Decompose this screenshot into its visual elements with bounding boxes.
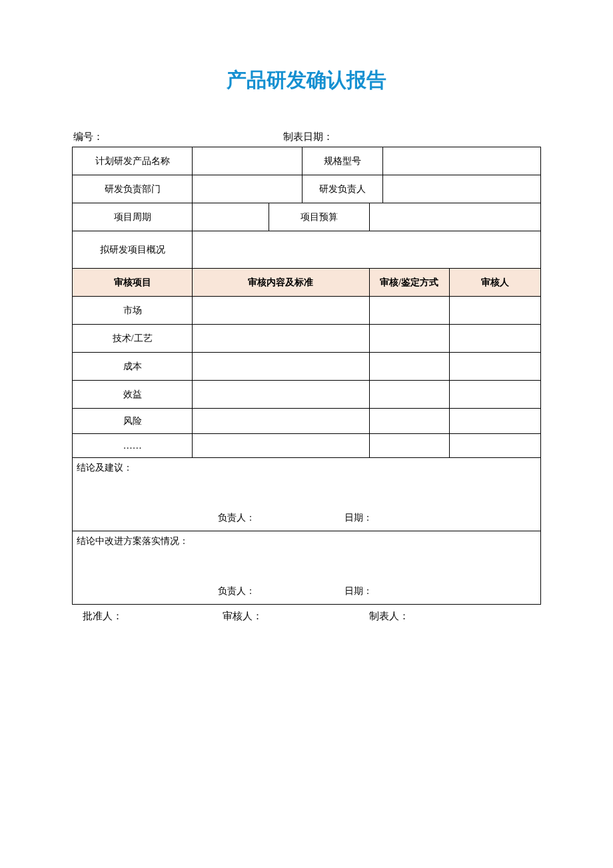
review-reviewer-risk bbox=[449, 409, 540, 434]
review-method-risk bbox=[369, 409, 449, 434]
date-label: 制表日期： bbox=[283, 131, 540, 143]
value-overview bbox=[193, 231, 541, 269]
review-reviewer-tech bbox=[449, 325, 540, 353]
value-period bbox=[193, 203, 269, 231]
col-header-method: 审核/鉴定方式 bbox=[369, 269, 449, 297]
info-row-1: 计划研发产品名称 规格型号 bbox=[73, 147, 541, 175]
label-overview: 拟研发项目概况 bbox=[73, 231, 193, 269]
col-header-content: 审核内容及标准 bbox=[193, 269, 369, 297]
preparer-label: 制表人： bbox=[369, 610, 530, 623]
value-department bbox=[193, 175, 303, 203]
review-content-risk bbox=[193, 409, 369, 434]
review-row-market: 市场 bbox=[73, 297, 541, 325]
review-content-more bbox=[193, 434, 369, 458]
label-spec: 规格型号 bbox=[303, 147, 382, 175]
review-content-benefit bbox=[193, 381, 369, 409]
review-reviewer-cost bbox=[449, 353, 540, 381]
review-method-cost bbox=[369, 353, 449, 381]
review-row-tech: 技术/工艺 bbox=[73, 325, 541, 353]
value-budget bbox=[369, 203, 540, 231]
doc-number-label: 编号： bbox=[73, 131, 283, 143]
conclusion-date-label: 日期： bbox=[344, 512, 540, 524]
review-item-cost: 成本 bbox=[73, 353, 193, 381]
review-reviewer-benefit bbox=[449, 381, 540, 409]
value-product-name bbox=[193, 147, 303, 175]
document-title: 产品研发确认报告 bbox=[72, 67, 541, 94]
improvement-person-label: 负责人： bbox=[218, 585, 344, 597]
review-method-more bbox=[369, 434, 449, 458]
review-item-risk: 风险 bbox=[73, 409, 193, 434]
review-header-row: 审核项目 审核内容及标准 审核/鉴定方式 审核人 bbox=[73, 269, 541, 297]
review-method-tech bbox=[369, 325, 449, 353]
review-reviewer-more bbox=[449, 434, 540, 458]
conclusion-cell: 结论及建议： 负责人： 日期： bbox=[73, 458, 541, 531]
review-row-cost: 成本 bbox=[73, 353, 541, 381]
conclusion-row: 结论及建议： 负责人： 日期： bbox=[73, 458, 541, 531]
review-content-market bbox=[193, 297, 369, 325]
review-item-benefit: 效益 bbox=[73, 381, 193, 409]
main-table: 计划研发产品名称 规格型号 研发负责部门 研发负责人 项目周期 项目预算 拟研发… bbox=[72, 147, 541, 605]
review-row-risk: 风险 bbox=[73, 409, 541, 434]
improvement-cell: 结论中改进方案落实情况： 负责人： 日期： bbox=[73, 531, 541, 605]
review-row-benefit: 效益 bbox=[73, 381, 541, 409]
review-item-tech: 技术/工艺 bbox=[73, 325, 193, 353]
value-spec bbox=[382, 147, 540, 175]
info-row-2: 研发负责部门 研发负责人 bbox=[73, 175, 541, 203]
improvement-row: 结论中改进方案落实情况： 负责人： 日期： bbox=[73, 531, 541, 605]
info-row-3: 项目周期 项目预算 bbox=[73, 203, 541, 231]
label-product-name: 计划研发产品名称 bbox=[73, 147, 193, 175]
header-meta: 编号： 制表日期： bbox=[72, 131, 541, 143]
col-header-reviewer: 审核人 bbox=[449, 269, 540, 297]
review-reviewer-market bbox=[449, 297, 540, 325]
value-person bbox=[382, 175, 540, 203]
label-department: 研发负责部门 bbox=[73, 175, 193, 203]
reviewer-label: 审核人： bbox=[223, 610, 369, 623]
conclusion-person-label: 负责人： bbox=[218, 512, 344, 524]
review-method-benefit bbox=[369, 381, 449, 409]
approver-label: 批准人： bbox=[83, 610, 223, 623]
label-period: 项目周期 bbox=[73, 203, 193, 231]
conclusion-label: 结论及建议： bbox=[77, 462, 536, 474]
review-content-cost bbox=[193, 353, 369, 381]
review-row-more: …… bbox=[73, 434, 541, 458]
label-person: 研发负责人 bbox=[303, 175, 382, 203]
col-header-item: 审核项目 bbox=[73, 269, 193, 297]
review-method-market bbox=[369, 297, 449, 325]
review-item-market: 市场 bbox=[73, 297, 193, 325]
footer-signatures: 批准人： 审核人： 制表人： bbox=[72, 610, 541, 623]
info-row-4: 拟研发项目概况 bbox=[73, 231, 541, 269]
review-content-tech bbox=[193, 325, 369, 353]
improvement-label: 结论中改进方案落实情况： bbox=[77, 535, 536, 547]
label-budget: 项目预算 bbox=[269, 203, 369, 231]
improvement-date-label: 日期： bbox=[344, 585, 540, 597]
review-item-more: …… bbox=[73, 434, 193, 458]
